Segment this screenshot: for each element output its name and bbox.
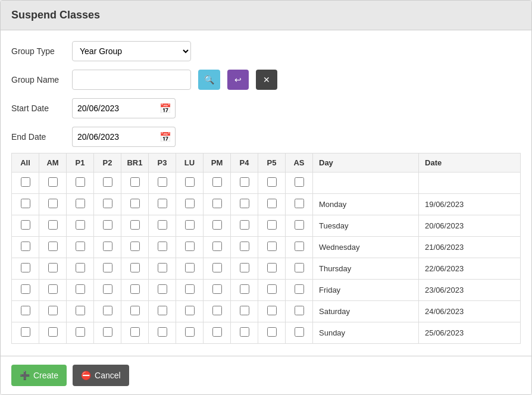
checkbox-tuesday-as[interactable] [295,220,304,230]
checkbox-saturday-as[interactable] [295,306,304,315]
checkbox-wednesday-am[interactable] [48,242,58,251]
checkbox-tuesday-br1[interactable] [130,220,140,230]
checkbox-sunday-as[interactable] [295,327,304,337]
checkbox-monday-br1[interactable] [130,199,140,208]
checkbox-monday-lu[interactable] [185,199,195,208]
checkbox-saturday-p5[interactable] [267,306,277,315]
checkbox-sunday-p5[interactable] [267,327,277,337]
checkbox-saturday-p3[interactable] [158,306,167,315]
checkbox-friday-p2[interactable] [103,284,112,294]
cancel-button[interactable]: ⛔ Cancel [73,365,129,386]
checkbox-friday-lu[interactable] [185,284,195,294]
checkbox-thursday-as[interactable] [295,263,304,272]
checkbox-sunday-p4[interactable] [240,327,249,337]
checkbox-wednesday-br1[interactable] [130,242,140,251]
checkbox-monday-p3[interactable] [158,199,167,208]
checkbox-sunday-all[interactable] [21,327,30,337]
checkbox-all-p1[interactable] [76,177,85,187]
checkbox-friday-p1[interactable] [76,284,85,294]
start-date-calendar-button[interactable]: 📅 [155,98,176,118]
checkbox-saturday-p4[interactable] [240,306,249,315]
group-type-select[interactable]: Year Group Form Group Teaching Group [72,41,191,61]
checkbox-monday-p2[interactable] [103,199,112,208]
end-date-input[interactable]: 20/06/2023 [72,127,155,147]
clear-button[interactable]: ✕ [256,70,277,90]
checkbox-tuesday-p5[interactable] [267,220,277,230]
checkbox-tuesday-am[interactable] [48,220,58,230]
checkbox-tuesday-lu[interactable] [185,220,195,230]
checkbox-tuesday-p2[interactable] [103,220,112,230]
checkbox-tuesday-all[interactable] [21,220,30,230]
group-name-input[interactable] [72,70,191,90]
checkbox-all-lu[interactable] [185,177,195,187]
checkbox-monday-p4[interactable] [240,199,249,208]
checkbox-thursday-pm[interactable] [212,263,222,272]
checkbox-saturday-am[interactable] [48,306,58,315]
end-date-calendar-button[interactable]: 📅 [155,127,176,147]
checkbox-saturday-lu[interactable] [185,306,195,315]
checkbox-saturday-br1[interactable] [130,306,140,315]
checkbox-wednesday-p3[interactable] [158,242,167,251]
checkbox-all-pm[interactable] [212,177,222,187]
checkbox-wednesday-pm[interactable] [212,242,222,251]
checkbox-all-p4[interactable] [240,177,249,187]
checkbox-sunday-p3[interactable] [158,327,167,337]
checkbox-saturday-p2[interactable] [103,306,112,315]
checkbox-wednesday-all[interactable] [21,242,30,251]
checkbox-wednesday-p4[interactable] [240,242,249,251]
checkbox-sunday-am[interactable] [48,327,58,337]
checkbox-thursday-p2[interactable] [103,263,112,272]
checkbox-friday-all[interactable] [21,284,30,294]
checkbox-friday-p3[interactable] [158,284,167,294]
checkbox-sunday-p1[interactable] [76,327,85,337]
checkbox-wednesday-p5[interactable] [267,242,277,251]
checkbox-thursday-lu[interactable] [185,263,195,272]
checkbox-monday-as[interactable] [295,199,304,208]
checkbox-cell-saturday-br1 [121,301,149,322]
checkbox-sunday-br1[interactable] [130,327,140,337]
checkbox-thursday-p1[interactable] [76,263,85,272]
checkbox-friday-p4[interactable] [240,284,249,294]
create-button[interactable]: ➕ Create [11,365,67,386]
checkbox-thursday-br1[interactable] [130,263,140,272]
undo-button[interactable]: ↩ [227,70,249,90]
checkbox-saturday-p1[interactable] [76,306,85,315]
checkbox-all-as[interactable] [295,177,304,187]
checkbox-all-p3[interactable] [158,177,167,187]
checkbox-monday-all[interactable] [21,199,30,208]
checkbox-tuesday-p1[interactable] [76,220,85,230]
checkbox-monday-p1[interactable] [76,199,85,208]
checkbox-tuesday-p4[interactable] [240,220,249,230]
checkbox-friday-am[interactable] [48,284,58,294]
checkbox-all-all[interactable] [21,177,30,187]
checkbox-sunday-lu[interactable] [185,327,195,337]
checkbox-wednesday-p1[interactable] [76,242,85,251]
checkbox-monday-am[interactable] [48,199,58,208]
checkbox-saturday-all[interactable] [21,306,30,315]
checkbox-monday-pm[interactable] [212,199,222,208]
checkbox-saturday-pm[interactable] [212,306,222,315]
checkbox-wednesday-p2[interactable] [103,242,112,251]
checkbox-monday-p5[interactable] [267,199,277,208]
checkbox-all-am[interactable] [48,177,58,187]
search-button[interactable]: 🔍 [198,70,220,90]
checkbox-thursday-all[interactable] [21,263,30,272]
checkbox-thursday-p4[interactable] [240,263,249,272]
checkbox-wednesday-as[interactable] [295,242,304,251]
checkbox-thursday-p3[interactable] [158,263,167,272]
checkbox-friday-p5[interactable] [267,284,277,294]
checkbox-tuesday-p3[interactable] [158,220,167,230]
checkbox-friday-as[interactable] [295,284,304,294]
start-date-input[interactable]: 20/06/2023 [72,98,155,118]
checkbox-wednesday-lu[interactable] [185,242,195,251]
checkbox-friday-br1[interactable] [130,284,140,294]
checkbox-all-p2[interactable] [103,177,112,187]
checkbox-all-p5[interactable] [267,177,277,187]
checkbox-friday-pm[interactable] [212,284,222,294]
checkbox-all-br1[interactable] [130,177,140,187]
checkbox-sunday-pm[interactable] [212,327,222,337]
checkbox-thursday-am[interactable] [48,263,58,272]
checkbox-sunday-p2[interactable] [103,327,112,337]
checkbox-thursday-p5[interactable] [267,263,277,272]
checkbox-tuesday-pm[interactable] [212,220,222,230]
